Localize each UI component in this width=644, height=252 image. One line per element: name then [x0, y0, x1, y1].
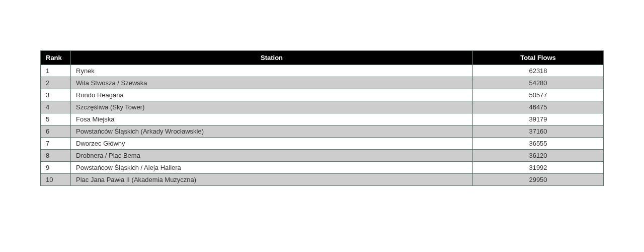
- table-row: 8Drobnera / Plac Bema36120: [41, 150, 604, 162]
- station-cell: Szczęśliwa (Sky Tower): [71, 101, 473, 113]
- header-rank: Rank: [41, 51, 71, 65]
- station-cell: Drobnera / Plac Bema: [71, 150, 473, 162]
- station-cell: Powstańcow Śląskich / Aleja Hallera: [71, 162, 473, 174]
- station-cell: Wita Stwosza / Szewska: [71, 77, 473, 89]
- table-row: 1Rynek62318: [41, 65, 604, 77]
- stations-table: Rank Station Total Flows 1Rynek623182Wit…: [40, 50, 604, 186]
- flows-cell: 37160: [473, 125, 604, 138]
- rank-cell: 4: [41, 101, 71, 113]
- flows-cell: 50577: [473, 89, 604, 101]
- station-cell: Powstańców Śląskich (Arkady Wrocławskie): [71, 125, 473, 138]
- rank-cell: 7: [41, 138, 71, 150]
- station-cell: Rynek: [71, 65, 473, 77]
- table-row: 3Rondo Reagana50577: [41, 89, 604, 101]
- rank-cell: 3: [41, 89, 71, 101]
- table-row: 6Powstańców Śląskich (Arkady Wrocławskie…: [41, 125, 604, 138]
- rank-cell: 8: [41, 150, 71, 162]
- table-row: 9Powstańcow Śląskich / Aleja Hallera3199…: [41, 162, 604, 174]
- station-cell: Dworzec Główny: [71, 138, 473, 150]
- flows-cell: 46475: [473, 101, 604, 113]
- flows-cell: 54280: [473, 77, 604, 89]
- rank-cell: 6: [41, 125, 71, 138]
- rank-cell: 5: [41, 113, 71, 125]
- table-header-row: Rank Station Total Flows: [41, 51, 604, 65]
- flows-cell: 29950: [473, 174, 604, 186]
- rank-cell: 10: [41, 174, 71, 186]
- rank-cell: 2: [41, 77, 71, 89]
- station-cell: Fosa Miejska: [71, 113, 473, 125]
- table-row: 4Szczęśliwa (Sky Tower)46475: [41, 101, 604, 113]
- rank-cell: 1: [41, 65, 71, 77]
- header-flows: Total Flows: [473, 51, 604, 65]
- table-row: 10Plac Jana Pawła II (Akademia Muzyczna)…: [41, 174, 604, 186]
- station-cell: Plac Jana Pawła II (Akademia Muzyczna): [71, 174, 473, 186]
- flows-cell: 36120: [473, 150, 604, 162]
- table-row: 7Dworzec Główny36555: [41, 138, 604, 150]
- table-row: 5Fosa Miejska39179: [41, 113, 604, 125]
- flows-cell: 62318: [473, 65, 604, 77]
- flows-cell: 39179: [473, 113, 604, 125]
- rank-cell: 9: [41, 162, 71, 174]
- table-row: 2Wita Stwosza / Szewska54280: [41, 77, 604, 89]
- flows-cell: 31992: [473, 162, 604, 174]
- header-station: Station: [71, 51, 473, 65]
- station-cell: Rondo Reagana: [71, 89, 473, 101]
- flows-cell: 36555: [473, 138, 604, 150]
